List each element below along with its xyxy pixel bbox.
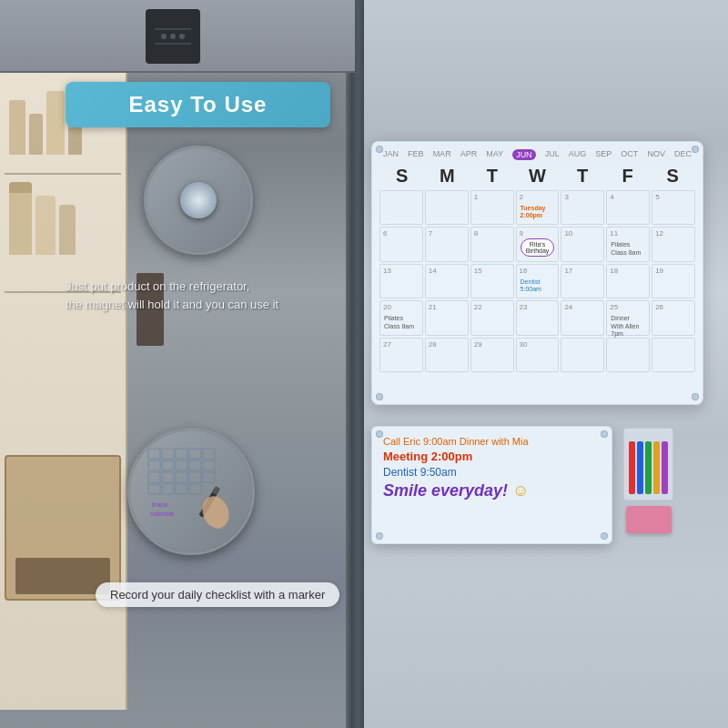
cal-cell-7: 7 [425,227,469,261]
svg-text:trace: trace [152,500,168,509]
cal-cell-13: 13 [379,264,423,298]
month-sep: SEP [595,149,612,160]
corner-screw [692,146,699,153]
cal-cell-3: 3 [561,190,604,225]
cal-event-dinner: DinnerWith Allen7pm [609,314,647,339]
marker-red [629,441,635,494]
day-label-f: F [605,166,651,187]
cal-cell-empty4 [606,338,650,372]
marker-green [645,441,652,494]
cal-cell-24: 24 [561,300,604,335]
control-line [155,43,191,45]
shelf-bottle [29,114,43,155]
svg-rect-8 [189,460,201,470]
svg-rect-17 [176,484,187,494]
cal-event-pilates2: PilatesClass 8am [382,314,420,331]
corner-screw [376,430,383,438]
corner-screw [601,430,608,438]
notepad-line4: Smile everyday! ☺ [383,481,601,500]
cal-cell-29: 29 [470,338,514,372]
corner-screw [692,393,699,400]
month-jun-active: JUN [512,149,536,160]
cal-cell-28: 28 [425,338,469,372]
svg-rect-9 [203,460,215,470]
shelf-bottle [9,100,25,155]
month-jan: JAN [383,149,399,160]
svg-point-23 [198,492,234,531]
marker-purple [662,441,668,494]
control-panel [146,9,200,64]
easy-to-use-badge: Easy To Use [66,82,330,127]
cal-cell-9-rita: 9 Rita'sBirthday [516,227,560,261]
cal-event-tuesday: Tuesday2:00pm [519,204,557,221]
cal-cell-empty3 [561,338,604,372]
day-label-t2: T [560,166,605,187]
notepad-line1: Call Eric 9:00am Dinner with Mia [383,436,601,447]
cal-cell-14: 14 [425,264,469,298]
day-label-s1: S [379,166,425,187]
corner-screw [601,532,608,540]
cal-cell-19: 19 [652,264,695,298]
day-label-s2: S [650,166,695,187]
kitchen-shelf [0,73,127,710]
magnet-bg [147,148,250,252]
month-oct: OCT [621,149,638,160]
svg-rect-10 [148,472,160,482]
month-may: MAY [486,149,503,160]
fridge-center-divider [346,0,364,728]
rita-birthday-event: Rita'sBirthday [521,238,555,257]
month-aug: AUG [569,149,587,160]
month-apr: APR [460,149,478,160]
day-label-m: M [425,166,470,187]
corner-screw [376,146,383,153]
svg-rect-1 [162,449,174,459]
control-dot [179,34,185,39]
shelf-divider [5,173,121,175]
calendar-months-row: JAN FEB MAR APR MAY JUN JUL AUG SEP OCT … [379,149,695,160]
magnet-demo-circle [144,146,253,255]
checklist-description: Record your daily checklist with a marke… [96,582,339,607]
svg-rect-4 [203,449,215,459]
month-mar: MAR [433,149,451,160]
svg-rect-13 [189,472,201,482]
cal-cell-20: 20 PilatesClass 8am [379,300,423,335]
eraser [626,506,672,533]
marker-holder [623,428,673,500]
cal-cell-25-dinner: 25 DinnerWith Allen7pm [606,300,650,335]
shelf-jar [9,182,32,255]
svg-rect-6 [162,460,174,470]
cal-cell-17: 17 [561,264,604,298]
control-line [155,28,191,30]
cal-cell-21: 21 [425,300,469,335]
cal-cell-18: 18 [606,264,650,298]
cal-cell-4: 4 [606,190,650,225]
corner-screw [376,532,383,540]
cal-event-pilates1: PilatesClass 8am [609,240,647,258]
checklist-demo-circle: trace calendar [127,428,255,555]
month-feb: FEB [408,149,424,160]
shelf-bottle [46,91,65,155]
magnet-button [180,182,217,218]
svg-rect-12 [176,472,187,482]
day-label-w: W [515,166,561,187]
month-nov: NOV [647,149,665,160]
markers-group [623,428,673,533]
cal-cell-8: 8 [470,227,514,261]
svg-rect-0 [148,449,160,459]
cal-cell-5: 5 [652,190,695,225]
marker-yellow [653,441,660,494]
month-jul: JUL [545,149,560,160]
svg-rect-18 [189,484,201,494]
svg-rect-5 [148,460,160,470]
cal-cell-empty5 [652,338,695,372]
smiley-icon: ☺ [512,481,529,500]
cal-cell-1: 1 [470,190,514,225]
magnet-description: Just put product on the refrigerator, th… [66,278,302,313]
notepad-line2: Meeting 2:00pm [383,450,601,463]
cal-cell-15: 15 [470,264,514,298]
cal-cell-empty1 [379,190,423,225]
cal-cell-26: 26 [652,300,695,335]
checklist-bg: trace calendar [130,430,252,552]
cal-event-dentist: Dentist5:00am [519,278,557,295]
shelf-jar [59,205,76,255]
